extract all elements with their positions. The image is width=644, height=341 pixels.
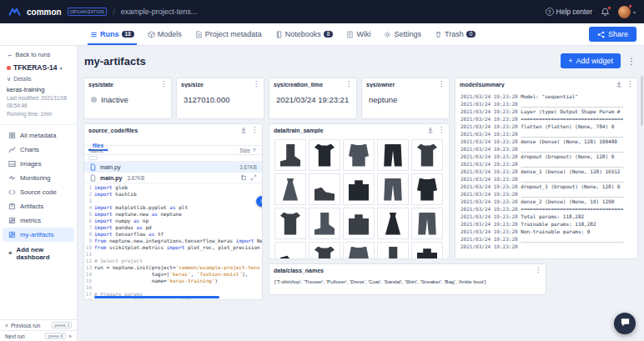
dashboard-kebab-menu-icon[interactable]: ⋮ bbox=[626, 57, 637, 66]
widget-sys-size: sys/size⋮3127010.000 bbox=[176, 78, 264, 119]
sample-image-tshirt[interactable] bbox=[309, 242, 340, 259]
sidebar-item-charts[interactable]: Charts bbox=[3, 143, 74, 157]
sample-image-tshirt[interactable] bbox=[411, 139, 443, 171]
kebab-menu-icon[interactable]: ⋮ bbox=[345, 81, 352, 88]
widget-title: sys/creation_time bbox=[274, 82, 341, 88]
next-run-button[interactable]: Next run press K » bbox=[0, 330, 77, 341]
chat-bubble-button[interactable] bbox=[614, 313, 636, 334]
sample-image-dress[interactable] bbox=[377, 208, 409, 239]
column-name[interactable]: Name bbox=[89, 148, 103, 153]
kebab-menu-icon[interactable]: ⋮ bbox=[626, 81, 633, 88]
tab-wiki[interactable]: Wiki bbox=[340, 23, 377, 45]
widget-sys-state: sys/state⋮Inactive bbox=[83, 78, 172, 119]
project-navbar: Runs13ModelsProject metadataNotebooks8Wi… bbox=[0, 23, 644, 46]
download-icon[interactable] bbox=[240, 127, 247, 133]
kebab-menu-icon[interactable]: ⋮ bbox=[251, 127, 258, 133]
sidebar-item-my-artifacts[interactable]: my-artifacts bbox=[3, 228, 74, 242]
widget-title: sys/owner bbox=[366, 82, 434, 88]
sample-image-pullover[interactable] bbox=[411, 173, 443, 205]
sort-icon[interactable] bbox=[105, 148, 110, 153]
runs-icon bbox=[90, 31, 98, 38]
log-line: 2021/03/24 19:23:28 dropout_1 (Dropout) … bbox=[460, 183, 632, 190]
sample-image-pullover[interactable] bbox=[343, 242, 375, 259]
sidebar-item-all-metadata[interactable]: All metadata bbox=[3, 128, 74, 143]
sidebar-item-metrics[interactable]: metrics bbox=[3, 213, 74, 228]
sidebar-item-monitoring[interactable]: Monitoring bbox=[3, 171, 74, 185]
wiki-icon bbox=[346, 31, 354, 38]
sidebar-item-source-code[interactable]: Source code bbox=[3, 185, 74, 199]
user-menu-button[interactable]: ▾ bbox=[618, 6, 636, 18]
details-toggle[interactable]: ∨ Details bbox=[0, 74, 77, 84]
widget-model-summary: model/summary ⋮ 2021/03/24 19:23:28 Mode… bbox=[455, 78, 638, 259]
sample-image-boot[interactable] bbox=[309, 208, 340, 239]
copy-icon[interactable] bbox=[240, 174, 247, 181]
log-line: 2021/03/24 19:23:28 ____________________… bbox=[460, 190, 632, 198]
notification-dot bbox=[607, 6, 611, 10]
sample-image-bag[interactable] bbox=[411, 242, 443, 259]
widget-sys-owner: sys/owner⋮neptune bbox=[361, 78, 450, 119]
sample-image-bag[interactable] bbox=[343, 208, 375, 239]
filter-icon[interactable] bbox=[252, 148, 257, 153]
kebab-menu-icon[interactable]: ⋮ bbox=[438, 127, 445, 133]
kebab-menu-icon[interactable]: ⋮ bbox=[160, 81, 167, 88]
log-line: 2021/03/24 19:23:28 Model: "sequential" bbox=[460, 93, 632, 100]
previous-run-button[interactable]: « Previous run press J bbox=[0, 319, 77, 330]
help-center-link[interactable]: ? Help center bbox=[546, 8, 592, 16]
pants-thumbnail bbox=[383, 144, 403, 167]
expand-preview-button[interactable]: › bbox=[256, 196, 263, 207]
back-to-runs-link[interactable]: ← Back to runs bbox=[0, 46, 77, 61]
notifications-bell-button[interactable] bbox=[601, 8, 610, 17]
tab-trash[interactable]: Trash0 bbox=[428, 23, 482, 45]
file-row-main-py[interactable]: main.py 3.67KB bbox=[84, 162, 262, 173]
expand-icon[interactable] bbox=[250, 174, 257, 181]
code-line: 8import tensorflow as tf bbox=[84, 231, 262, 238]
workspace-name[interactable]: common bbox=[27, 8, 62, 17]
code-line: 7import pandas as pd bbox=[84, 224, 262, 231]
sample-image-dress[interactable] bbox=[274, 173, 306, 205]
kebab-menu-icon[interactable]: ⋮ bbox=[253, 81, 259, 88]
kebab-menu-icon[interactable]: ⋮ bbox=[438, 81, 445, 88]
pants-thumbnail bbox=[383, 178, 403, 201]
boot-thumbnail bbox=[383, 247, 403, 260]
file-filter-input[interactable] bbox=[88, 156, 98, 160]
sample-image-pants[interactable] bbox=[377, 139, 409, 171]
sample-image-pullover[interactable] bbox=[343, 139, 375, 171]
sample-image-pants[interactable] bbox=[411, 208, 443, 239]
tab-runs[interactable]: Runs13 bbox=[83, 23, 141, 45]
add-new-dashboard-button[interactable]: + Add new dashboard bbox=[0, 242, 77, 265]
sidebar-item-images[interactable]: Images bbox=[3, 157, 74, 171]
file-browser-tabs: files bbox=[84, 136, 262, 146]
horizontal-scrollbar[interactable] bbox=[94, 296, 219, 298]
column-size[interactable]: Size bbox=[239, 148, 250, 153]
sample-image-boot[interactable] bbox=[274, 139, 306, 171]
question-icon: ? bbox=[546, 8, 554, 16]
download-icon[interactable] bbox=[616, 81, 622, 88]
widget-title: data/class_names bbox=[274, 268, 531, 273]
chart-icon bbox=[8, 146, 16, 153]
chevron-down-icon: ∨ bbox=[7, 76, 11, 83]
download-icon[interactable] bbox=[427, 127, 434, 133]
sample-image-shoe[interactable] bbox=[309, 173, 340, 205]
breadcrumb-project[interactable]: example-project-tens... bbox=[121, 8, 198, 16]
notebook-icon bbox=[275, 31, 283, 38]
sample-image-pants[interactable] bbox=[377, 173, 409, 205]
file-icon bbox=[89, 163, 97, 171]
sample-image-tshirt[interactable] bbox=[274, 208, 306, 239]
sample-image-boot[interactable] bbox=[377, 242, 409, 259]
vertical-scrollbar[interactable] bbox=[641, 76, 643, 126]
tab-models[interactable]: Models bbox=[141, 23, 189, 45]
tab-project-metadata[interactable]: Project metadata bbox=[189, 23, 269, 45]
sidebar-item-artifacts[interactable]: Artifacts bbox=[3, 199, 74, 213]
tab-notebooks[interactable]: Notebooks8 bbox=[269, 23, 340, 45]
kebab-menu-icon[interactable]: ⋮ bbox=[535, 267, 541, 273]
sample-image-bag[interactable] bbox=[343, 173, 375, 205]
add-widget-button[interactable]: + Add widget bbox=[561, 53, 621, 68]
share-button[interactable]: Share bbox=[589, 27, 636, 42]
back-arrow-icon: ← bbox=[7, 51, 13, 58]
sample-image-tshirt[interactable] bbox=[309, 139, 340, 171]
sample-image-shoe[interactable] bbox=[274, 242, 306, 259]
tab-settings[interactable]: Settings bbox=[377, 23, 428, 45]
breadcrumb-separator: / bbox=[113, 8, 115, 17]
log-line: 2021/03/24 19:23:28 dense_2 (Dense) (Non… bbox=[460, 198, 632, 205]
run-selector[interactable]: TFKERAS-14 ▾ bbox=[0, 61, 77, 74]
